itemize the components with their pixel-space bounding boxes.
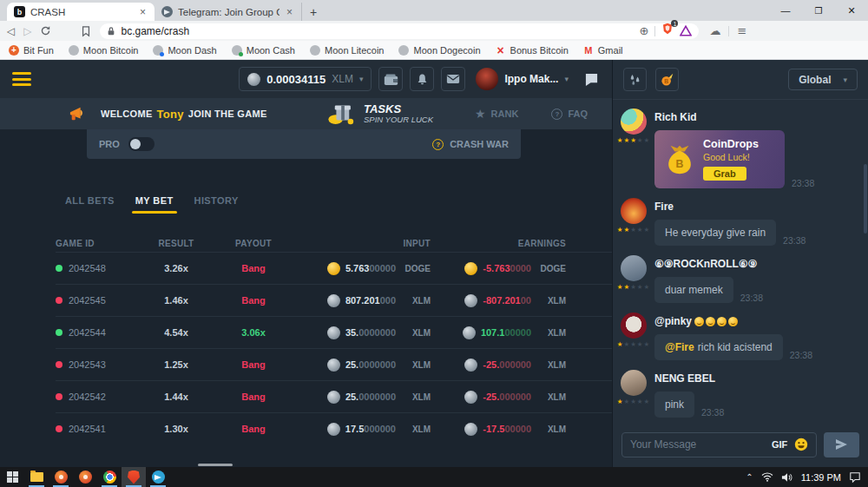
earnings-cell: -25.000000 (431, 391, 531, 404)
bookmark-item[interactable]: Moon Bitcoin (69, 45, 139, 56)
tasks-link[interactable]: TASKS SPIN YOUR LUCK (327, 102, 433, 126)
messages-button[interactable] (441, 67, 465, 91)
chat-username[interactable]: ⑥⑨ROCKnROLL⑥⑨ (654, 258, 757, 270)
chat-scrollbar-thumb[interactable] (864, 164, 867, 234)
tab-title: CRASH (30, 7, 133, 17)
rain-button[interactable] (623, 68, 647, 91)
grab-button[interactable]: Grab (703, 167, 746, 181)
promo-banner: WELCOME Tony JOIN THE GAME TASKS SPIN YO… (0, 98, 612, 129)
avatar[interactable] (621, 370, 647, 396)
result-cell: 1.46x (139, 295, 214, 306)
close-button[interactable]: ✕ (835, 0, 868, 21)
hamburger-menu-icon[interactable] (12, 72, 31, 86)
input-currency: DOGE (396, 264, 431, 273)
coin-icon (463, 326, 476, 339)
taskbar-app-orange-1[interactable] (49, 467, 73, 487)
message-input[interactable] (630, 438, 765, 451)
status-dot (56, 329, 62, 336)
chat-username[interactable]: NENG EBEL (654, 372, 715, 385)
input-currency: XLM (396, 392, 431, 402)
rank-link[interactable]: ★ RANK (475, 107, 518, 121)
tab-telegram[interactable]: Telegram: Join Group Chat × (155, 3, 302, 21)
url-field[interactable]: bc.game/crash ⊕ 1 (100, 23, 699, 39)
chat-username[interactable]: Fire (654, 201, 674, 213)
crash-war-link[interactable]: ? CRASH WAR (432, 139, 509, 150)
action-center-icon[interactable] (849, 471, 861, 483)
bookmark-item[interactable]: Moon Cash (232, 45, 295, 56)
faq-link[interactable]: ? FAQ (551, 109, 588, 120)
chat-username[interactable]: @pinky (654, 315, 692, 327)
start-button[interactable] (0, 467, 24, 487)
payout-cell: Bang (214, 295, 293, 306)
bookmark-item[interactable]: Moon Dash (153, 45, 216, 56)
taskbar-telegram[interactable] (146, 467, 170, 487)
coindrops-title: CoinDrops (703, 138, 759, 150)
table-row: 2042543 1.25x Bang 25.0000000 XLM (56, 348, 612, 380)
new-tab-button[interactable]: + (302, 3, 325, 21)
page-hscrollbar-thumb[interactable] (198, 464, 233, 466)
send-button[interactable] (824, 432, 859, 457)
taskbar-file-explorer[interactable] (24, 467, 49, 487)
bookmark-item[interactable]: Moon Dogecoin (398, 45, 480, 56)
pro-toggle[interactable] (128, 137, 155, 151)
envelope-icon (446, 74, 460, 84)
wifi-icon[interactable] (761, 472, 773, 482)
mention[interactable]: @Fire (665, 341, 694, 353)
earnings-cell: -5.7630000 (431, 262, 531, 275)
message-time: 23:38 (792, 178, 814, 188)
bookmark-item[interactable]: Bit Fun (9, 45, 54, 56)
input-currency: XLM (396, 296, 431, 306)
avatar[interactable] (621, 313, 647, 339)
site-header: 0.00034115 XLM ▾ Ippo Mak... ▾ (0, 60, 612, 98)
bet-tab[interactable]: HISTORY (194, 195, 239, 214)
tab-close-icon[interactable]: × (138, 6, 148, 18)
payout-cell: Bang (214, 359, 293, 370)
chat-toggle-button[interactable] (579, 67, 603, 91)
wallet-button[interactable] (378, 67, 403, 91)
chat-message-coindrops: ★★★★★ Rich Kid B CoinDrops Good Luck! Gr… (620, 109, 861, 188)
avatar[interactable] (621, 255, 647, 281)
bet-tab[interactable]: MY BET (135, 195, 174, 214)
message-time: 23:38 (740, 293, 763, 303)
message-input-box[interactable]: GIF (621, 432, 817, 457)
taskbar-clock[interactable]: 11:39 PM (801, 472, 841, 483)
bookmark-icon[interactable] (81, 25, 91, 37)
gif-button[interactable]: GIF (772, 439, 787, 450)
maximize-button[interactable]: ❐ (802, 0, 835, 21)
profile-cloud-icon[interactable]: ☁ (709, 24, 720, 37)
coindrop-button[interactable]: B (655, 68, 679, 91)
bet-tab[interactable]: ALL BETS (65, 195, 115, 214)
rewards-triangle-icon[interactable] (680, 25, 692, 36)
coin-icon (464, 294, 477, 307)
brave-shield-icon[interactable]: 1 (661, 23, 674, 39)
avatar[interactable] (621, 109, 647, 135)
user-rating: ★★★★★ (617, 341, 651, 348)
taskbar-app-orange-2[interactable] (73, 467, 97, 487)
emoji-button[interactable] (794, 438, 808, 451)
zoom-page-icon[interactable]: ⊕ (640, 24, 649, 37)
bookmark-item[interactable]: Bonus Bitcoin (496, 45, 569, 56)
balance-selector[interactable]: 0.00034115 XLM ▾ (239, 67, 372, 91)
game-id-cell: 2042543 (56, 359, 139, 370)
browser-menu-icon[interactable]: ≡ (737, 24, 746, 37)
volume-icon[interactable] (781, 472, 793, 483)
tab-crash[interactable]: b CRASH × (7, 3, 155, 21)
notifications-button[interactable] (410, 67, 434, 91)
minimize-button[interactable]: — (769, 0, 802, 21)
back-icon[interactable]: ◁ (7, 25, 15, 37)
bookmark-item[interactable]: Moon Litecoin (310, 45, 385, 56)
chat-channel-selector[interactable]: Global ▾ (788, 69, 858, 90)
taskbar-brave[interactable] (122, 467, 146, 487)
coin-icon (327, 391, 340, 404)
reload-icon[interactable] (40, 25, 51, 36)
bookmark-label: Moon Dash (168, 45, 216, 56)
bookmark-favicon (9, 45, 19, 56)
forward-icon[interactable]: ▷ (23, 25, 31, 37)
user-menu[interactable]: Ippo Mak... ▾ (476, 68, 569, 90)
avatar[interactable] (621, 198, 647, 224)
tray-expand-icon[interactable]: ⌃ (746, 472, 753, 482)
taskbar-chrome[interactable] (97, 467, 122, 487)
chat-username[interactable]: Rich Kid (654, 111, 861, 123)
tab-close-icon[interactable]: × (285, 6, 294, 18)
bookmark-item[interactable]: Gmail (583, 45, 623, 56)
